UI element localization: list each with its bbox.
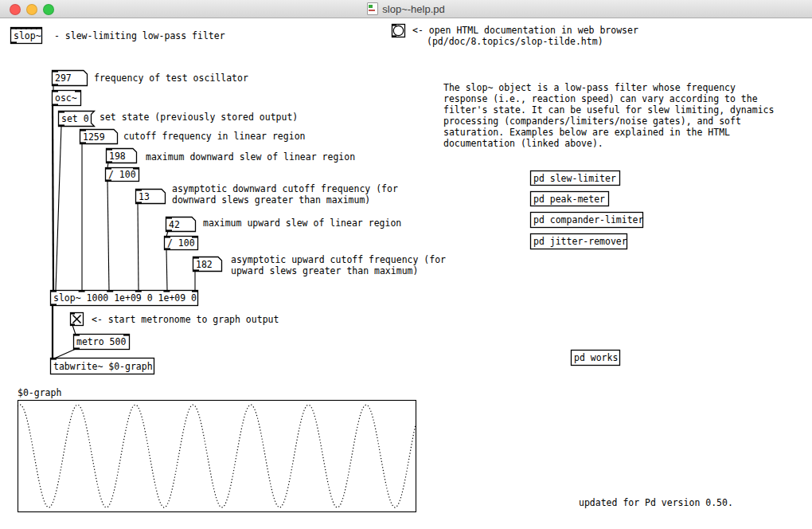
object-box-slop-title-label: slop~ [14,30,41,41]
comment-main-description: The slop~ object is a low-pass filter wh… [443,82,774,149]
subpatch-slew-limiter-label[interactable]: pd slew-limiter [533,173,616,184]
comment-set-state: set state (previously stored output) [100,112,298,123]
number-box-cutoff-label[interactable]: 1259 [83,131,105,143]
outlet-nub [52,104,58,106]
pd-patch-window: slop~297osc~set 01259198/ 1001342/ 10018… [0,0,812,529]
toggle-metronome[interactable] [70,312,84,326]
titlebar: slop~-help.pd [0,0,812,18]
comment-start-metronome: <- start metronome to graph output [92,314,279,325]
number-box-max-up-slew-label[interactable]: 42 [169,219,180,230]
sine-wave-trace [18,405,416,507]
outlet-nub [50,304,57,306]
control-wire [138,203,139,290]
inlet-nub [70,312,75,315]
comment-slop-description: - slew-limiting low-pass filter [54,30,225,41]
outlet-nub [52,84,58,86]
graph-border [18,401,416,512]
outlet-nub [70,323,75,326]
pd-file-icon [367,2,378,15]
subpatch-peak-meter-label[interactable]: pd peak-meter [533,194,605,205]
control-wire [107,181,109,290]
message-box-set-state-label[interactable]: set 0 [61,113,89,124]
window-title: slop~-help.pd [382,3,444,15]
subpatch-jitter-remover-label[interactable]: pd jitter-remover [533,236,627,247]
inlet-nub [392,24,396,26]
object-box-slop-main-label: slop~ 1000 1e+09 0 1e+09 0 [53,292,197,304]
outlet-nub [392,35,396,37]
object-box-div100-down-label: / 100 [108,169,136,180]
bang-circle-icon [393,25,403,35]
object-box-osc-label: osc~ [55,92,77,104]
graph-array-name: $0-graph [18,387,61,398]
object-box-div100-up-label: / 100 [167,237,195,249]
inlet-nub [50,358,57,360]
object-box-metro-label: metro 500 [76,336,126,347]
comment-asym-up: asymptotic upward cutoff frequency (foru… [231,254,446,276]
comment-max-up-slew: maximum upward slew of linear region [203,217,401,229]
outlet-nub [58,124,64,127]
number-box-asym-down-cutoff-label[interactable]: 13 [139,191,150,202]
control-wire [54,349,76,359]
subpatch-compander-limiter-label[interactable]: pd compander-limiter [533,214,643,225]
comment-osc-freq: frequency of test oscillator [94,72,248,84]
number-box-osc-freq-label[interactable]: 297 [55,72,72,84]
comment-version: updated for Pd version 0.50. [579,497,733,508]
comment-docs-path: (pd/doc/8.topics/slop-tilde.htm) [427,36,603,47]
number-box-asym-up-cutoff-label[interactable]: 182 [196,259,213,270]
comment-open-docs: <- open HTML documentation in web browse… [412,25,638,36]
array-graph [18,401,416,512]
signal-wire [53,105,53,290]
subpatch-works-label[interactable]: pd works [574,352,618,363]
comment-asym-down: asymptotic downward cutoff frequency (fo… [172,183,398,206]
comment-cutoff: cutoff frequency in linear region [123,131,305,142]
inlet-nub [36,27,42,29]
title-area: slop~-help.pd [0,0,812,18]
comment-max-down-slew: maximum downward slew of linear region [146,151,355,163]
control-wire [56,126,61,290]
outlet-nub [73,347,80,350]
control-wire [166,249,167,290]
number-box-max-down-slew-label[interactable]: 198 [109,151,126,162]
bang-button-open-docs[interactable] [392,24,405,37]
object-box-tabwrite-label: tabwrite~ $0-graph [53,361,153,372]
patch-canvas: slop~297osc~set 01259198/ 1001342/ 10018… [0,0,812,529]
outlet-nub [10,41,17,44]
control-wire [72,325,76,335]
